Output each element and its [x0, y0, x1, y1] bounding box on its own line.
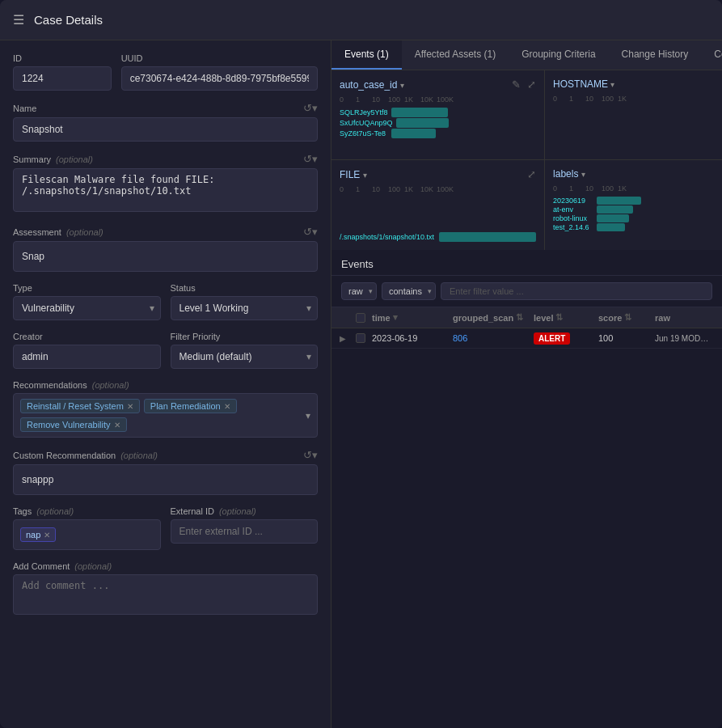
tab-affected-assets[interactable]: Affected Assets (1) [402, 40, 509, 70]
chart1-axis: 01101001K10K100K [340, 95, 536, 104]
header-checkbox[interactable] [356, 313, 365, 323]
chart3-title[interactable]: FILE ▾ [340, 169, 367, 180]
chart4-bar-0 [597, 197, 641, 205]
name-field-group: Name ↺▾ [13, 102, 318, 142]
contains-filter-select[interactable]: contains [382, 282, 436, 300]
chart4-title[interactable]: labels ▾ [553, 168, 585, 180]
type-select[interactable]: Vulnerability Incident Alert [13, 296, 161, 320]
name-input[interactable] [13, 117, 318, 142]
rec-dropdown-arrow[interactable]: ▾ [306, 410, 310, 421]
rec-remove-1[interactable]: ✕ [224, 402, 230, 411]
col-header-level[interactable]: level ⇅ [534, 312, 598, 323]
tags-label-row: Tags (optional) [13, 506, 161, 516]
chart4-label-0: 20230619 [553, 197, 593, 205]
chart1-edit-icon[interactable]: ✎ [512, 78, 521, 91]
id-label: ID [13, 53, 112, 63]
creator-label: Creator [13, 332, 161, 341]
row-time-value: 2023-06-19 [372, 333, 417, 343]
chart4-arrow: ▾ [581, 170, 585, 179]
menu-icon[interactable]: ☰ [13, 12, 24, 28]
assessment-field-group: Assessment (optional) ↺▾ [13, 226, 318, 272]
chart4-axis: 01101001K [553, 184, 714, 193]
tags-field-group: Tags (optional) nap ✕ [13, 506, 161, 550]
row-checkbox[interactable] [356, 333, 365, 343]
row-expand-arrow[interactable]: ▶ [340, 334, 356, 343]
custom-rec-input[interactable] [13, 464, 318, 495]
chart2-title[interactable]: HOSTNAME ▾ [553, 78, 614, 90]
external-id-input[interactable] [171, 519, 319, 544]
external-id-optional: (optional) [219, 506, 256, 516]
tags-external-row: Tags (optional) nap ✕ External ID (optio… [13, 506, 318, 550]
assessment-reset-icon[interactable]: ↺▾ [303, 226, 318, 238]
uuid-field-group: UUID [121, 53, 318, 91]
status-select[interactable]: Level 1 Working Open Closed [171, 296, 319, 320]
filter-value-input[interactable] [441, 282, 712, 300]
summary-reset-icon[interactable]: ↺▾ [303, 153, 318, 165]
add-comment-textarea[interactable] [13, 574, 318, 615]
custom-rec-label-row: Custom Recommendation (optional) ↺▾ [13, 449, 318, 461]
events-title: Events [341, 258, 374, 270]
tag-remove-0[interactable]: ✕ [44, 531, 50, 540]
type-field-group: Type Vulnerability Incident Alert [13, 283, 161, 320]
rec-remove-0[interactable]: ✕ [127, 402, 133, 411]
type-label: Type [13, 283, 161, 293]
custom-rec-field-group: Custom Recommendation (optional) ↺▾ [13, 449, 318, 495]
rec-label-1: Plan Remediation [150, 401, 221, 411]
events-section: Events raw contains [331, 250, 722, 728]
tab-comm[interactable]: Comm... [701, 40, 722, 70]
chart3-expand-icon[interactable]: ⤢ [527, 168, 536, 180]
tab-events[interactable]: Events (1) [331, 40, 402, 70]
app-wrapper: ☰ Case Details ID UUID Name ↺▾ [0, 0, 722, 728]
summary-field-group: Summary (optional) ↺▾ Filescan Malware f… [13, 153, 318, 214]
tab-grouping-criteria[interactable]: Grouping Criteria [509, 40, 608, 70]
filter-priority-label: Filter Priority [171, 332, 319, 341]
custom-rec-reset-icon[interactable]: ↺▾ [303, 449, 318, 461]
row-grouped-scan[interactable]: 806 [453, 333, 534, 343]
id-uuid-row: ID UUID [13, 53, 318, 91]
chart4-label-1: at-env [553, 205, 593, 214]
creator-input[interactable] [13, 345, 161, 369]
events-table: time ▾ grouped_scan ⇅ level ⇅ score [331, 307, 722, 728]
filter-priority-select[interactable]: Medium (default) Low High [171, 345, 319, 369]
recommendations-container: Reinstall / Reset System ✕ Plan Remediat… [13, 393, 318, 438]
chart1-item-2: SyZ6t7uS-Te8 [340, 129, 536, 138]
filter-priority-select-wrapper: Medium (default) Low High [171, 345, 319, 369]
col-header-time[interactable]: time ▾ [372, 312, 453, 323]
chart1-icons: ✎ ⤢ [512, 78, 536, 91]
col-header-score[interactable]: score ⇅ [598, 312, 655, 323]
row-level-badge: ALERT [534, 332, 570, 345]
raw-filter-select[interactable]: raw [341, 282, 377, 300]
tag-badge-0: nap ✕ [20, 527, 56, 542]
chart4-item-2: robot-linux [553, 214, 714, 222]
summary-textarea[interactable]: Filescan Malware file found FILE: /.snap… [13, 168, 318, 212]
row-raw-preview: Jun 19 MODULE 1XeAAwT SCORE: d0968d6 df1… [655, 334, 714, 343]
chart3-bars: /.snapshots/1/snapshot/10.txt [340, 197, 536, 242]
chart1-arrow: ▾ [400, 81, 404, 90]
col-grouped-scan-label: grouped_scan [453, 313, 513, 323]
rec-remove-2[interactable]: ✕ [114, 421, 120, 430]
chart4-item-0: 20230619 [553, 197, 714, 205]
chart-hostname: HOSTNAME ▾ 01101001K [545, 70, 722, 159]
col-header-raw[interactable]: raw [655, 312, 714, 323]
col-header-grouped-scan[interactable]: grouped_scan ⇅ [453, 312, 534, 323]
chart3-file-bar [439, 232, 536, 242]
id-input[interactable] [13, 66, 112, 91]
row-checkbox-cell [356, 333, 372, 343]
raw-filter-wrapper: raw [341, 282, 377, 300]
chart4-item-3: test_2.14.6 [553, 223, 714, 231]
assessment-input[interactable] [13, 241, 318, 272]
name-reset-icon[interactable]: ↺▾ [303, 102, 318, 114]
tabs-bar: Events (1) Affected Assets (1) Grouping … [331, 40, 722, 70]
add-comment-field-group: Add Comment (optional) [13, 561, 318, 617]
summary-label-row: Summary (optional) ↺▾ [13, 153, 318, 165]
summary-optional: (optional) [56, 154, 93, 164]
rec-label-0: Reinstall / Reset System [27, 401, 124, 411]
chart1-items: SQLRJey5Ytf8 SxUfcUQAnp9Q SyZ6t7uS-Te8 [340, 108, 536, 138]
tab-change-history[interactable]: Change History [609, 40, 702, 70]
chart1-title[interactable]: auto_case_id ▾ [340, 79, 404, 91]
chart1-expand-icon[interactable]: ⤢ [527, 78, 536, 91]
chart4-items: 20230619 at-env robot-linux test_2. [553, 197, 714, 231]
uuid-input[interactable] [121, 66, 318, 91]
chart-auto-case-id: auto_case_id ▾ ✎ ⤢ 01101001K10K100K [331, 70, 544, 159]
type-status-row: Type Vulnerability Incident Alert Status… [13, 283, 318, 320]
